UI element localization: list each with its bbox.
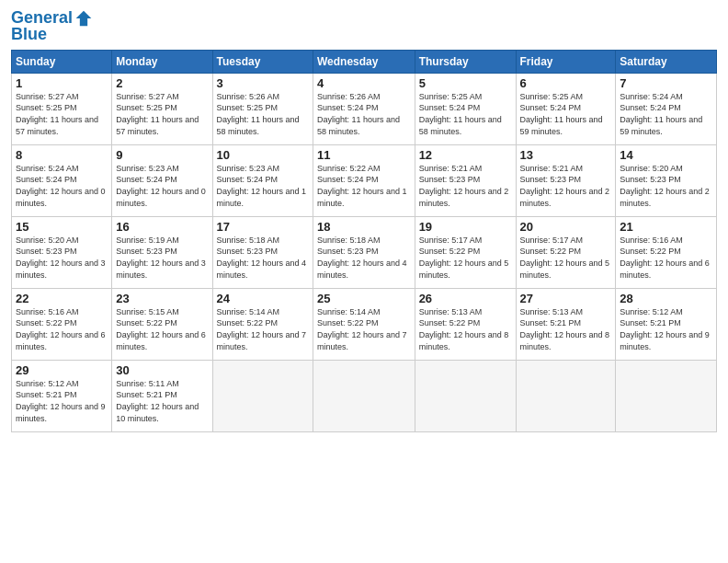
calendar-cell: 15Sunrise: 5:20 AMSunset: 5:23 PMDayligh… — [12, 216, 112, 288]
day-info: Sunrise: 5:15 AMSunset: 5:22 PMDaylight:… — [116, 306, 208, 352]
calendar-cell — [212, 360, 313, 431]
day-number: 16 — [116, 220, 208, 234]
day-number: 11 — [317, 148, 411, 162]
day-number: 21 — [620, 220, 712, 234]
calendar-cell — [616, 360, 717, 431]
calendar-cell: 11Sunrise: 5:22 AMSunset: 5:24 PMDayligh… — [313, 144, 415, 216]
day-info: Sunrise: 5:22 AMSunset: 5:24 PMDaylight:… — [317, 163, 411, 209]
day-number: 13 — [520, 148, 612, 162]
day-number: 30 — [116, 363, 208, 377]
day-number: 12 — [419, 148, 512, 162]
day-info: Sunrise: 5:18 AMSunset: 5:23 PMDaylight:… — [217, 235, 309, 281]
calendar-cell: 13Sunrise: 5:21 AMSunset: 5:23 PMDayligh… — [516, 144, 616, 216]
day-info: Sunrise: 5:20 AMSunset: 5:23 PMDaylight:… — [16, 235, 108, 281]
day-number: 26 — [419, 292, 512, 305]
day-header-tuesday: Tuesday — [212, 50, 313, 73]
day-info: Sunrise: 5:14 AMSunset: 5:22 PMDaylight:… — [217, 306, 309, 352]
day-header-wednesday: Wednesday — [313, 50, 415, 73]
day-info: Sunrise: 5:12 AMSunset: 5:21 PMDaylight:… — [16, 378, 108, 424]
calendar-week-5: 29Sunrise: 5:12 AMSunset: 5:21 PMDayligh… — [12, 360, 717, 431]
day-number: 5 — [419, 76, 512, 90]
logo-blue-text: Blue — [11, 26, 47, 44]
day-number: 2 — [116, 76, 208, 90]
calendar-cell: 24Sunrise: 5:14 AMSunset: 5:22 PMDayligh… — [212, 288, 313, 360]
calendar-cell: 23Sunrise: 5:15 AMSunset: 5:22 PMDayligh… — [112, 288, 212, 360]
calendar-cell: 6Sunrise: 5:25 AMSunset: 5:24 PMDaylight… — [516, 73, 616, 144]
calendar-cell: 1Sunrise: 5:27 AMSunset: 5:25 PMDaylight… — [12, 73, 112, 144]
day-header-thursday: Thursday — [415, 50, 516, 73]
calendar-cell: 9Sunrise: 5:23 AMSunset: 5:24 PMDaylight… — [112, 144, 212, 216]
day-info: Sunrise: 5:11 AMSunset: 5:21 PMDaylight:… — [116, 378, 208, 424]
day-info: Sunrise: 5:13 AMSunset: 5:22 PMDaylight:… — [419, 306, 512, 352]
day-info: Sunrise: 5:18 AMSunset: 5:23 PMDaylight:… — [317, 235, 411, 281]
calendar-cell: 21Sunrise: 5:16 AMSunset: 5:22 PMDayligh… — [616, 216, 717, 288]
day-number: 19 — [419, 220, 512, 234]
day-info: Sunrise: 5:23 AMSunset: 5:24 PMDaylight:… — [116, 163, 208, 209]
day-number: 24 — [217, 292, 309, 305]
calendar-week-1: 1Sunrise: 5:27 AMSunset: 5:25 PMDaylight… — [12, 73, 717, 144]
day-number: 10 — [217, 148, 309, 162]
day-number: 27 — [520, 292, 612, 305]
day-info: Sunrise: 5:20 AMSunset: 5:23 PMDaylight:… — [620, 163, 712, 209]
calendar-cell: 20Sunrise: 5:17 AMSunset: 5:22 PMDayligh… — [516, 216, 616, 288]
calendar-cell: 12Sunrise: 5:21 AMSunset: 5:23 PMDayligh… — [415, 144, 516, 216]
day-info: Sunrise: 5:26 AMSunset: 5:24 PMDaylight:… — [317, 91, 411, 137]
calendar-cell: 7Sunrise: 5:24 AMSunset: 5:24 PMDaylight… — [616, 73, 717, 144]
day-info: Sunrise: 5:21 AMSunset: 5:23 PMDaylight:… — [419, 163, 512, 209]
calendar-cell: 17Sunrise: 5:18 AMSunset: 5:23 PMDayligh… — [212, 216, 313, 288]
page-header: General Blue — [11, 9, 717, 44]
calendar-cell: 10Sunrise: 5:23 AMSunset: 5:24 PMDayligh… — [212, 144, 313, 216]
day-number: 22 — [16, 292, 108, 305]
calendar-week-2: 8Sunrise: 5:24 AMSunset: 5:24 PMDaylight… — [12, 144, 717, 216]
day-info: Sunrise: 5:14 AMSunset: 5:22 PMDaylight:… — [317, 306, 411, 352]
day-number: 1 — [16, 76, 108, 90]
day-number: 14 — [620, 148, 712, 162]
calendar-cell: 29Sunrise: 5:12 AMSunset: 5:21 PMDayligh… — [12, 360, 112, 431]
day-info: Sunrise: 5:17 AMSunset: 5:22 PMDaylight:… — [419, 235, 512, 281]
day-info: Sunrise: 5:27 AMSunset: 5:25 PMDaylight:… — [16, 91, 108, 137]
day-number: 23 — [116, 292, 208, 305]
day-number: 8 — [16, 148, 108, 162]
day-info: Sunrise: 5:16 AMSunset: 5:22 PMDaylight:… — [16, 306, 108, 352]
day-number: 7 — [620, 76, 712, 90]
days-header-row: SundayMondayTuesdayWednesdayThursdayFrid… — [12, 50, 717, 73]
day-info: Sunrise: 5:13 AMSunset: 5:21 PMDaylight:… — [520, 306, 612, 352]
day-info: Sunrise: 5:17 AMSunset: 5:22 PMDaylight:… — [520, 235, 612, 281]
calendar-cell: 2Sunrise: 5:27 AMSunset: 5:25 PMDaylight… — [112, 73, 212, 144]
calendar-cell — [415, 360, 516, 431]
calendar-cell: 18Sunrise: 5:18 AMSunset: 5:23 PMDayligh… — [313, 216, 415, 288]
day-number: 29 — [16, 363, 108, 377]
calendar-week-4: 22Sunrise: 5:16 AMSunset: 5:22 PMDayligh… — [12, 288, 717, 360]
day-info: Sunrise: 5:21 AMSunset: 5:23 PMDaylight:… — [520, 163, 612, 209]
calendar-cell: 25Sunrise: 5:14 AMSunset: 5:22 PMDayligh… — [313, 288, 415, 360]
calendar-table: SundayMondayTuesdayWednesdayThursdayFrid… — [11, 50, 717, 432]
day-info: Sunrise: 5:16 AMSunset: 5:22 PMDaylight:… — [620, 235, 712, 281]
day-header-sunday: Sunday — [12, 50, 112, 73]
day-info: Sunrise: 5:26 AMSunset: 5:25 PMDaylight:… — [217, 91, 309, 137]
calendar-cell: 26Sunrise: 5:13 AMSunset: 5:22 PMDayligh… — [415, 288, 516, 360]
day-number: 9 — [116, 148, 208, 162]
calendar-cell: 27Sunrise: 5:13 AMSunset: 5:21 PMDayligh… — [516, 288, 616, 360]
calendar-cell: 28Sunrise: 5:12 AMSunset: 5:21 PMDayligh… — [616, 288, 717, 360]
logo-icon — [74, 9, 93, 28]
day-info: Sunrise: 5:25 AMSunset: 5:24 PMDaylight:… — [419, 91, 512, 137]
day-info: Sunrise: 5:24 AMSunset: 5:24 PMDaylight:… — [16, 163, 108, 209]
day-info: Sunrise: 5:19 AMSunset: 5:23 PMDaylight:… — [116, 235, 208, 281]
day-number: 20 — [520, 220, 612, 234]
calendar-header: SundayMondayTuesdayWednesdayThursdayFrid… — [12, 50, 717, 73]
day-number: 4 — [317, 76, 411, 90]
day-header-monday: Monday — [112, 50, 212, 73]
calendar-cell: 8Sunrise: 5:24 AMSunset: 5:24 PMDaylight… — [12, 144, 112, 216]
day-header-saturday: Saturday — [616, 50, 717, 73]
calendar-cell: 3Sunrise: 5:26 AMSunset: 5:25 PMDaylight… — [212, 73, 313, 144]
day-number: 17 — [217, 220, 309, 234]
calendar-cell — [516, 360, 616, 431]
day-number: 15 — [16, 220, 108, 234]
day-number: 28 — [620, 292, 712, 305]
calendar-cell: 4Sunrise: 5:26 AMSunset: 5:24 PMDaylight… — [313, 73, 415, 144]
calendar-cell: 5Sunrise: 5:25 AMSunset: 5:24 PMDaylight… — [415, 73, 516, 144]
calendar-cell: 14Sunrise: 5:20 AMSunset: 5:23 PMDayligh… — [616, 144, 717, 216]
svg-marker-0 — [76, 11, 92, 27]
calendar-body: 1Sunrise: 5:27 AMSunset: 5:25 PMDaylight… — [12, 73, 717, 431]
day-number: 6 — [520, 76, 612, 90]
